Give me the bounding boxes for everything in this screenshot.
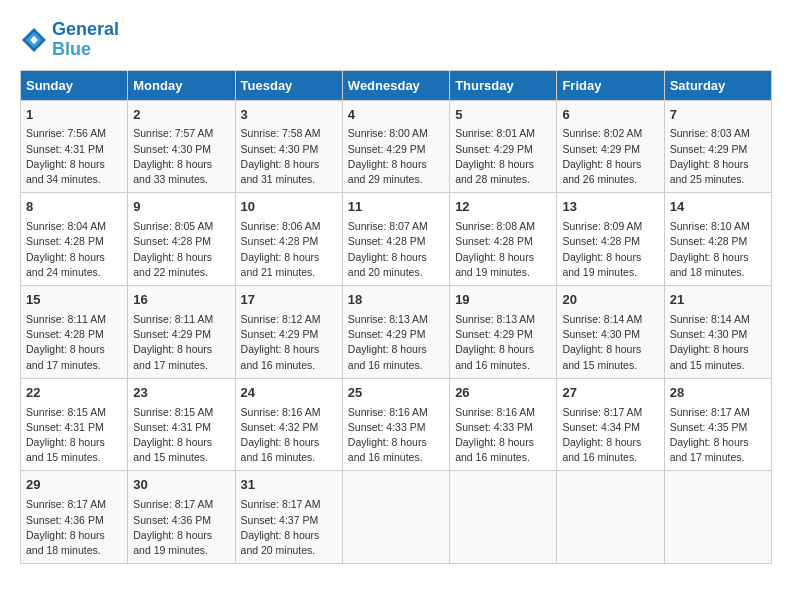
logo-icon <box>20 26 48 54</box>
calendar-week-row: 8Sunrise: 8:04 AM Sunset: 4:28 PM Daylig… <box>21 193 772 286</box>
day-info: Sunrise: 7:56 AM Sunset: 4:31 PM Dayligh… <box>26 126 122 187</box>
calendar-week-row: 1Sunrise: 7:56 AM Sunset: 4:31 PM Daylig… <box>21 100 772 193</box>
calendar-week-row: 22Sunrise: 8:15 AM Sunset: 4:31 PM Dayli… <box>21 378 772 471</box>
page-header: General Blue <box>20 20 772 60</box>
day-info: Sunrise: 8:16 AM Sunset: 4:32 PM Dayligh… <box>241 405 337 466</box>
calendar-cell: 1Sunrise: 7:56 AM Sunset: 4:31 PM Daylig… <box>21 100 128 193</box>
day-info: Sunrise: 8:16 AM Sunset: 4:33 PM Dayligh… <box>455 405 551 466</box>
calendar-cell: 12Sunrise: 8:08 AM Sunset: 4:28 PM Dayli… <box>450 193 557 286</box>
day-number: 18 <box>348 291 444 310</box>
day-number: 9 <box>133 198 229 217</box>
calendar-cell: 2Sunrise: 7:57 AM Sunset: 4:30 PM Daylig… <box>128 100 235 193</box>
day-number: 7 <box>670 106 766 125</box>
day-number: 31 <box>241 476 337 495</box>
day-info: Sunrise: 8:12 AM Sunset: 4:29 PM Dayligh… <box>241 312 337 373</box>
calendar-cell: 18Sunrise: 8:13 AM Sunset: 4:29 PM Dayli… <box>342 286 449 379</box>
day-info: Sunrise: 8:10 AM Sunset: 4:28 PM Dayligh… <box>670 219 766 280</box>
calendar-cell: 13Sunrise: 8:09 AM Sunset: 4:28 PM Dayli… <box>557 193 664 286</box>
calendar-cell: 20Sunrise: 8:14 AM Sunset: 4:30 PM Dayli… <box>557 286 664 379</box>
day-number: 11 <box>348 198 444 217</box>
calendar-cell <box>557 471 664 564</box>
day-info: Sunrise: 8:15 AM Sunset: 4:31 PM Dayligh… <box>26 405 122 466</box>
header-sunday: Sunday <box>21 70 128 100</box>
calendar-cell: 15Sunrise: 8:11 AM Sunset: 4:28 PM Dayli… <box>21 286 128 379</box>
header-tuesday: Tuesday <box>235 70 342 100</box>
calendar-cell: 17Sunrise: 8:12 AM Sunset: 4:29 PM Dayli… <box>235 286 342 379</box>
day-info: Sunrise: 8:17 AM Sunset: 4:36 PM Dayligh… <box>133 497 229 558</box>
calendar-cell: 21Sunrise: 8:14 AM Sunset: 4:30 PM Dayli… <box>664 286 771 379</box>
day-info: Sunrise: 8:13 AM Sunset: 4:29 PM Dayligh… <box>348 312 444 373</box>
day-info: Sunrise: 8:07 AM Sunset: 4:28 PM Dayligh… <box>348 219 444 280</box>
calendar-cell: 7Sunrise: 8:03 AM Sunset: 4:29 PM Daylig… <box>664 100 771 193</box>
calendar-cell: 19Sunrise: 8:13 AM Sunset: 4:29 PM Dayli… <box>450 286 557 379</box>
day-info: Sunrise: 7:57 AM Sunset: 4:30 PM Dayligh… <box>133 126 229 187</box>
day-number: 30 <box>133 476 229 495</box>
calendar-cell: 8Sunrise: 8:04 AM Sunset: 4:28 PM Daylig… <box>21 193 128 286</box>
day-info: Sunrise: 8:17 AM Sunset: 4:37 PM Dayligh… <box>241 497 337 558</box>
day-info: Sunrise: 8:03 AM Sunset: 4:29 PM Dayligh… <box>670 126 766 187</box>
calendar-cell: 11Sunrise: 8:07 AM Sunset: 4:28 PM Dayli… <box>342 193 449 286</box>
day-info: Sunrise: 8:16 AM Sunset: 4:33 PM Dayligh… <box>348 405 444 466</box>
day-info: Sunrise: 8:06 AM Sunset: 4:28 PM Dayligh… <box>241 219 337 280</box>
day-number: 27 <box>562 384 658 403</box>
day-number: 23 <box>133 384 229 403</box>
day-info: Sunrise: 8:14 AM Sunset: 4:30 PM Dayligh… <box>670 312 766 373</box>
day-number: 19 <box>455 291 551 310</box>
day-info: Sunrise: 8:17 AM Sunset: 4:35 PM Dayligh… <box>670 405 766 466</box>
calendar-cell: 27Sunrise: 8:17 AM Sunset: 4:34 PM Dayli… <box>557 378 664 471</box>
day-number: 6 <box>562 106 658 125</box>
calendar-cell: 23Sunrise: 8:15 AM Sunset: 4:31 PM Dayli… <box>128 378 235 471</box>
day-number: 12 <box>455 198 551 217</box>
day-info: Sunrise: 8:14 AM Sunset: 4:30 PM Dayligh… <box>562 312 658 373</box>
day-number: 22 <box>26 384 122 403</box>
day-number: 16 <box>133 291 229 310</box>
calendar-cell: 25Sunrise: 8:16 AM Sunset: 4:33 PM Dayli… <box>342 378 449 471</box>
calendar-cell <box>450 471 557 564</box>
calendar-cell: 28Sunrise: 8:17 AM Sunset: 4:35 PM Dayli… <box>664 378 771 471</box>
calendar-cell <box>342 471 449 564</box>
logo-text: General Blue <box>52 20 119 60</box>
day-info: Sunrise: 8:01 AM Sunset: 4:29 PM Dayligh… <box>455 126 551 187</box>
day-number: 29 <box>26 476 122 495</box>
day-number: 1 <box>26 106 122 125</box>
header-friday: Friday <box>557 70 664 100</box>
day-number: 13 <box>562 198 658 217</box>
calendar-cell: 29Sunrise: 8:17 AM Sunset: 4:36 PM Dayli… <box>21 471 128 564</box>
logo: General Blue <box>20 20 119 60</box>
day-number: 15 <box>26 291 122 310</box>
calendar-cell: 24Sunrise: 8:16 AM Sunset: 4:32 PM Dayli… <box>235 378 342 471</box>
day-info: Sunrise: 8:17 AM Sunset: 4:36 PM Dayligh… <box>26 497 122 558</box>
day-number: 21 <box>670 291 766 310</box>
calendar-cell: 4Sunrise: 8:00 AM Sunset: 4:29 PM Daylig… <box>342 100 449 193</box>
day-number: 14 <box>670 198 766 217</box>
day-number: 2 <box>133 106 229 125</box>
calendar-cell: 6Sunrise: 8:02 AM Sunset: 4:29 PM Daylig… <box>557 100 664 193</box>
day-number: 17 <box>241 291 337 310</box>
day-info: Sunrise: 8:08 AM Sunset: 4:28 PM Dayligh… <box>455 219 551 280</box>
calendar-table: SundayMondayTuesdayWednesdayThursdayFrid… <box>20 70 772 565</box>
calendar-cell: 22Sunrise: 8:15 AM Sunset: 4:31 PM Dayli… <box>21 378 128 471</box>
day-number: 28 <box>670 384 766 403</box>
day-info: Sunrise: 8:11 AM Sunset: 4:28 PM Dayligh… <box>26 312 122 373</box>
header-thursday: Thursday <box>450 70 557 100</box>
day-info: Sunrise: 8:05 AM Sunset: 4:28 PM Dayligh… <box>133 219 229 280</box>
day-info: Sunrise: 8:13 AM Sunset: 4:29 PM Dayligh… <box>455 312 551 373</box>
calendar-cell: 26Sunrise: 8:16 AM Sunset: 4:33 PM Dayli… <box>450 378 557 471</box>
header-saturday: Saturday <box>664 70 771 100</box>
day-info: Sunrise: 7:58 AM Sunset: 4:30 PM Dayligh… <box>241 126 337 187</box>
day-info: Sunrise: 8:17 AM Sunset: 4:34 PM Dayligh… <box>562 405 658 466</box>
calendar-week-row: 15Sunrise: 8:11 AM Sunset: 4:28 PM Dayli… <box>21 286 772 379</box>
day-info: Sunrise: 8:09 AM Sunset: 4:28 PM Dayligh… <box>562 219 658 280</box>
day-number: 10 <box>241 198 337 217</box>
calendar-cell: 5Sunrise: 8:01 AM Sunset: 4:29 PM Daylig… <box>450 100 557 193</box>
calendar-cell: 31Sunrise: 8:17 AM Sunset: 4:37 PM Dayli… <box>235 471 342 564</box>
calendar-cell: 3Sunrise: 7:58 AM Sunset: 4:30 PM Daylig… <box>235 100 342 193</box>
calendar-header-row: SundayMondayTuesdayWednesdayThursdayFrid… <box>21 70 772 100</box>
day-info: Sunrise: 8:11 AM Sunset: 4:29 PM Dayligh… <box>133 312 229 373</box>
calendar-week-row: 29Sunrise: 8:17 AM Sunset: 4:36 PM Dayli… <box>21 471 772 564</box>
day-number: 3 <box>241 106 337 125</box>
day-number: 8 <box>26 198 122 217</box>
day-number: 26 <box>455 384 551 403</box>
day-number: 25 <box>348 384 444 403</box>
calendar-cell: 16Sunrise: 8:11 AM Sunset: 4:29 PM Dayli… <box>128 286 235 379</box>
